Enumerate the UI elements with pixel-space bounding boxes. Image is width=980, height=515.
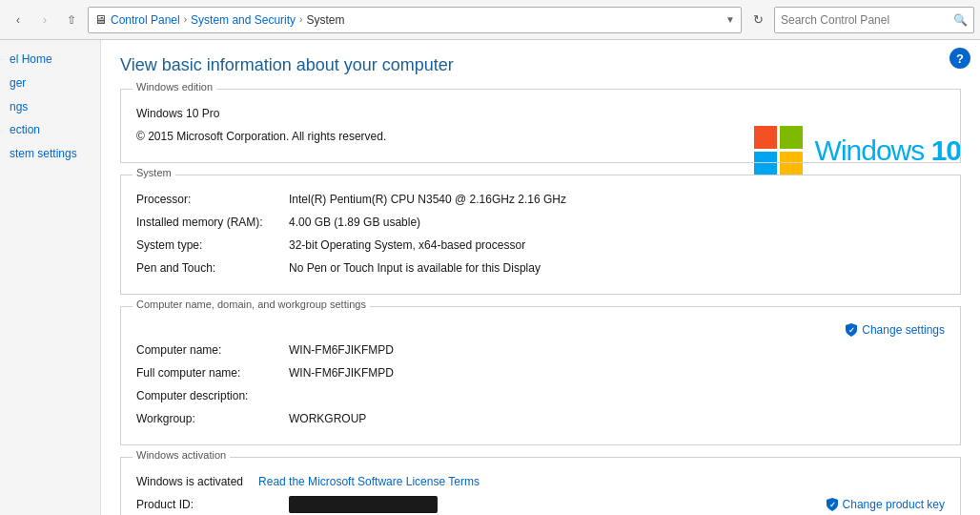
- ram-row: Installed memory (RAM): 4.00 GB (1.89 GB…: [136, 214, 945, 231]
- refresh-button[interactable]: ↻: [745, 8, 770, 32]
- breadcrumb-control-panel[interactable]: Control Panel: [111, 13, 180, 27]
- windows-edition-label: Windows edition: [133, 81, 216, 93]
- page-title: View basic information about your comput…: [120, 55, 961, 75]
- change-settings-link[interactable]: ✓ Change settings: [845, 322, 945, 338]
- breadcrumb-sep-2: ›: [299, 14, 302, 25]
- system-type-label: System type:: [136, 237, 289, 254]
- product-id-label: Product ID:: [136, 496, 289, 513]
- breadcrumb-system-security[interactable]: System and Security: [191, 13, 296, 27]
- back-button[interactable]: ‹: [6, 8, 31, 32]
- processor-label: Processor:: [136, 191, 289, 208]
- content-area: ? View basic information about your comp…: [101, 40, 980, 515]
- system-type-row: System type: 32-bit Operating System, x6…: [136, 237, 945, 254]
- change-settings-label: Change settings: [862, 323, 945, 337]
- computer-desc-row: Computer description:: [136, 387, 945, 404]
- shield-key-icon: ✓: [826, 497, 839, 512]
- search-bar: 🔍: [774, 7, 974, 33]
- breadcrumb-system: System: [306, 13, 344, 27]
- pen-touch-label: Pen and Touch:: [136, 259, 289, 277]
- pen-touch-value: No Pen or Touch Input is available for t…: [289, 259, 541, 277]
- system-section-body: Processor: Intel(R) Pentium(R) CPU N3540…: [121, 175, 960, 294]
- search-icon[interactable]: 🔍: [953, 13, 968, 27]
- ram-label: Installed memory (RAM):: [136, 214, 289, 231]
- computer-desc-label: Computer description:: [136, 387, 289, 404]
- address-bar: ‹ › ⇧ 🖥 Control Panel › System and Secur…: [0, 0, 980, 40]
- full-computer-name-row: Full computer name: WIN-FM6FJIKFMPD: [136, 364, 945, 381]
- network-section-label: Computer name, domain, and workgroup set…: [133, 299, 370, 310]
- workgroup-value: WORKGROUP: [289, 410, 366, 427]
- activation-status: Windows is activated: [136, 473, 243, 490]
- forward-button[interactable]: ›: [32, 8, 57, 32]
- sidebar-item-settings[interactable]: ngs: [0, 95, 100, 119]
- sidebar-item-home[interactable]: el Home: [0, 48, 100, 72]
- full-computer-name-label: Full computer name:: [136, 364, 289, 381]
- network-section-body: ✓ Change settings Computer name: WIN-FM6…: [121, 307, 960, 444]
- svg-text:✓: ✓: [848, 326, 855, 335]
- ram-value: 4.00 GB (1.89 GB usable): [289, 214, 420, 231]
- system-section-label: System: [133, 167, 175, 178]
- change-settings-container: ✓ Change settings: [136, 322, 945, 338]
- full-computer-name-value: WIN-FM6FJIKFMPD: [289, 364, 394, 381]
- system-type-value: 32-bit Operating System, x64-based proce…: [289, 237, 525, 254]
- breadcrumb-sep-1: ›: [184, 14, 187, 25]
- windows-edition-body: Windows 10 Pro © 2015 Microsoft Corporat…: [121, 90, 960, 162]
- activation-status-row: Windows is activated Read the Microsoft …: [136, 473, 945, 490]
- computer-name-value: WIN-FM6FJIKFMPD: [289, 341, 394, 359]
- search-input[interactable]: [781, 13, 949, 27]
- shield-icon: ✓: [845, 322, 858, 338]
- windows-edition-section: Windows edition Windows 10 Pro © 2015 Mi…: [120, 89, 961, 163]
- edition-copyright: © 2015 Microsoft Corporation. All rights…: [136, 128, 386, 145]
- license-terms-link[interactable]: Read the Microsoft Software License Term…: [258, 473, 480, 490]
- pen-touch-row: Pen and Touch: No Pen or Touch Input is …: [136, 259, 945, 277]
- activation-section-body: Windows is activated Read the Microsoft …: [121, 458, 960, 515]
- system-section: System Processor: Intel(R) Pentium(R) CP…: [120, 175, 961, 295]
- edition-name: Windows 10 Pro: [136, 105, 219, 122]
- product-id-row: Product ID: 00330-80000-00000-AA604 ✓ Ch…: [136, 496, 945, 513]
- breadcrumb-chevron-icon[interactable]: ▼: [725, 14, 735, 25]
- nav-buttons: ‹ › ⇧: [6, 8, 84, 32]
- processor-value: Intel(R) Pentium(R) CPU N3540 @ 2.16GHz …: [289, 191, 566, 208]
- breadcrumb-home-icon: 🖥: [94, 12, 107, 27]
- network-section: Computer name, domain, and workgroup set…: [120, 306, 961, 445]
- edition-copyright-row: © 2015 Microsoft Corporation. All rights…: [136, 128, 945, 145]
- sidebar-item-manager[interactable]: ger: [0, 72, 100, 95]
- processor-row: Processor: Intel(R) Pentium(R) CPU N3540…: [136, 191, 945, 208]
- help-button[interactable]: ?: [949, 48, 970, 69]
- main-layout: el Home ger ngs ection stem settings ? V…: [0, 40, 980, 515]
- change-key-label: Change product key: [843, 496, 945, 513]
- activation-section: Windows activation Windows is activated …: [120, 457, 961, 515]
- sidebar-item-system-settings[interactable]: stem settings: [0, 142, 100, 166]
- svg-text:✓: ✓: [828, 501, 835, 509]
- sidebar: el Home ger ngs ection stem settings: [0, 40, 101, 515]
- workgroup-row: Workgroup: WORKGROUP: [136, 410, 945, 427]
- computer-name-label: Computer name:: [136, 341, 289, 359]
- up-button[interactable]: ⇧: [59, 8, 84, 32]
- product-id-value: 00330-80000-00000-AA604: [289, 496, 438, 513]
- activation-section-label: Windows activation: [133, 449, 230, 461]
- computer-name-row: Computer name: WIN-FM6FJIKFMPD: [136, 341, 945, 359]
- workgroup-label: Workgroup:: [136, 410, 289, 427]
- sidebar-item-protection[interactable]: ection: [0, 118, 100, 142]
- change-key-link[interactable]: ✓ Change product key: [826, 496, 945, 513]
- edition-name-row: Windows 10 Pro: [136, 105, 945, 122]
- breadcrumb-bar: 🖥 Control Panel › System and Security › …: [88, 7, 742, 33]
